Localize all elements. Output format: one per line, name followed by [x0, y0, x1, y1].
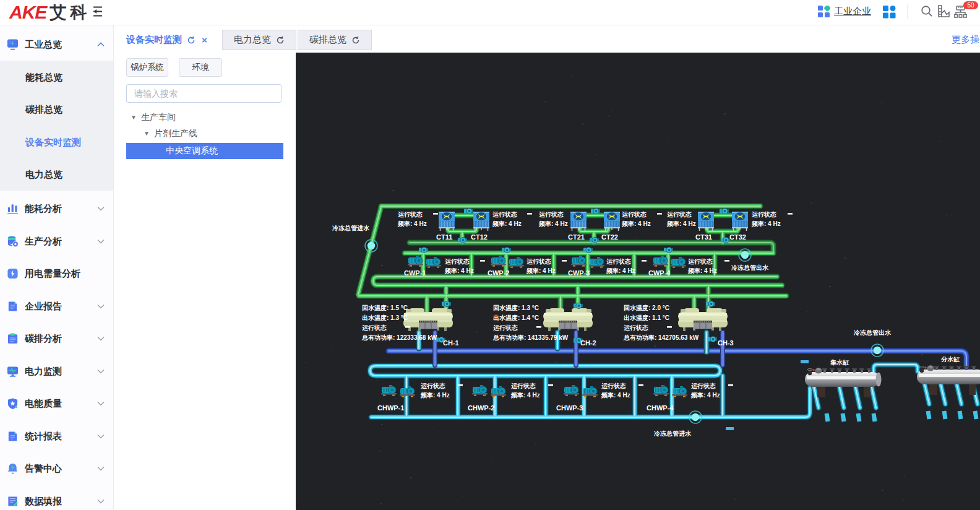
- svg-text:冷冻总管出水: 冷冻总管出水: [731, 264, 769, 271]
- svg-text:运行状态: 运行状态: [527, 258, 551, 265]
- svg-text:频率: 4 Hz: 频率: 4 Hz: [510, 392, 540, 399]
- svg-text:回水温度: 2.0 °C: 回水温度: 2.0 °C: [624, 305, 669, 311]
- svg-text:回水温度: 1.3 °C: 回水温度: 1.3 °C: [493, 305, 539, 311]
- svg-text:运行状态: 运行状态: [752, 211, 776, 218]
- svg-text:CWP-1: CWP-1: [404, 269, 426, 277]
- svg-text:CHWP-4: CHWP-4: [647, 404, 674, 412]
- svg-text:频率: 4 Hz: 频率: 4 Hz: [492, 220, 522, 227]
- svg-text:运行状态: 运行状态: [398, 211, 423, 218]
- svg-text:CHWP-2: CHWP-2: [468, 404, 494, 412]
- svg-text:运行状态: 运行状态: [688, 258, 713, 265]
- svg-text:CT12: CT12: [471, 233, 488, 241]
- svg-text:运行状态: 运行状态: [622, 211, 647, 218]
- svg-text:CT32: CT32: [729, 233, 746, 241]
- svg-text:频率: 4 Hz: 频率: 4 Hz: [601, 392, 630, 399]
- svg-text:冷冻总管进水: 冷冻总管进水: [332, 225, 370, 231]
- svg-text:CWP-2: CWP-2: [488, 269, 509, 277]
- svg-text:总有功功率: 142705.63 kW: 总有功功率: 142705.63 kW: [623, 334, 699, 341]
- svg-text:运行状态: 运行状态: [601, 382, 626, 389]
- svg-text:频率: 4 Hz: 频率: 4 Hz: [666, 220, 696, 227]
- svg-text:CH-2: CH-2: [580, 339, 596, 347]
- svg-text:出水温度: 1.1 °C: 出水温度: 1.1 °C: [624, 314, 669, 321]
- svg-text:运行状态: 运行状态: [624, 324, 648, 331]
- svg-text:CT31: CT31: [695, 233, 712, 241]
- svg-text:运行状态: 运行状态: [539, 211, 564, 218]
- svg-text:出水温度: 1.4 °C: 出水温度: 1.4 °C: [493, 314, 539, 321]
- svg-text:运行状态: 运行状态: [421, 382, 445, 389]
- svg-text:频率: 4 Hz: 频率: 4 Hz: [621, 220, 651, 227]
- svg-text:CT11: CT11: [436, 233, 452, 241]
- svg-text:CHWP-1: CHWP-1: [377, 404, 404, 412]
- svg-text:频率: 4 Hz: 频率: 4 Hz: [526, 267, 556, 274]
- svg-text:运行状态: 运行状态: [445, 258, 470, 265]
- svg-text:运行状态: 运行状态: [362, 324, 387, 331]
- svg-text:频率: 4 Hz: 频率: 4 Hz: [606, 267, 635, 274]
- svg-text:回水温度: 1.5 °C: 回水温度: 1.5 °C: [362, 305, 408, 311]
- svg-text:频率: 4 Hz: 频率: 4 Hz: [751, 220, 781, 227]
- svg-text:冷冻总管进水: 冷冻总管进水: [654, 430, 692, 437]
- svg-text:分水缸: 分水缸: [940, 356, 960, 363]
- svg-text:运行状态: 运行状态: [511, 382, 536, 389]
- svg-text:CH-3: CH-3: [718, 339, 734, 347]
- svg-text:冷冻总管出水: 冷冻总管出水: [854, 329, 892, 336]
- svg-text:运行状态: 运行状态: [667, 211, 692, 218]
- svg-text:运行状态: 运行状态: [493, 324, 518, 331]
- svg-text:运行状态: 运行状态: [606, 258, 631, 265]
- svg-text:CWP-3: CWP-3: [568, 269, 590, 277]
- svg-text:频率: 4 Hz: 频率: 4 Hz: [687, 267, 717, 274]
- svg-text:CT22: CT22: [601, 233, 618, 241]
- svg-text:CT21: CT21: [568, 233, 585, 241]
- svg-text:CWP-4: CWP-4: [648, 269, 671, 277]
- svg-text:总有功功率: 122333.68 kW: 总有功功率: 122333.68 kW: [361, 334, 437, 341]
- svg-text:集水缸: 集水缸: [830, 359, 849, 366]
- svg-text:频率: 4 Hz: 频率: 4 Hz: [690, 392, 720, 399]
- svg-text:频率: 4 Hz: 频率: 4 Hz: [444, 267, 474, 274]
- svg-text:CHWP-3: CHWP-3: [556, 404, 583, 412]
- svg-text:频率: 4 Hz: 频率: 4 Hz: [397, 220, 427, 227]
- svg-text:运行状态: 运行状态: [691, 382, 716, 389]
- svg-text:出水温度: 1.3 °C: 出水温度: 1.3 °C: [362, 314, 408, 321]
- svg-text:频率: 4 Hz: 频率: 4 Hz: [538, 220, 568, 227]
- svg-text:CH-1: CH-1: [443, 339, 459, 347]
- svg-text:运行状态: 运行状态: [492, 211, 517, 218]
- svg-text:频率: 4 Hz: 频率: 4 Hz: [420, 392, 450, 399]
- svg-text:总有功功率: 141335.79 kW: 总有功功率: 141335.79 kW: [492, 334, 569, 341]
